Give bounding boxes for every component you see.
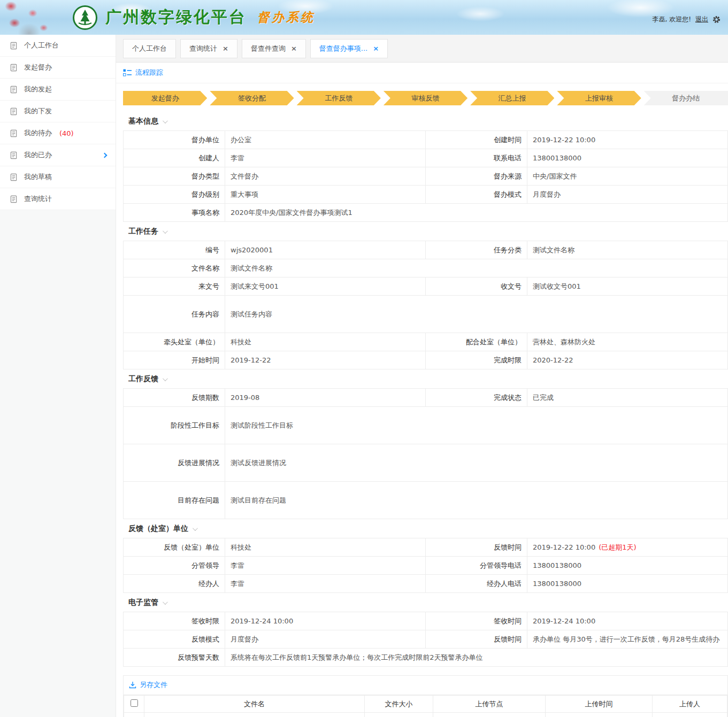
- tab-label: 个人工作台: [132, 44, 167, 53]
- field-value: 李雷: [225, 575, 426, 593]
- my-drafts-icon: [9, 173, 18, 181]
- sidebar-item-label: 我的已办: [24, 150, 52, 160]
- section-title: 反馈（处室）单位: [128, 524, 188, 534]
- field-value: 月度督办: [527, 186, 728, 204]
- sidebar-item-my-todo[interactable]: 我的待办(40): [0, 122, 116, 144]
- field-label: 创建人: [124, 149, 225, 167]
- save-file-button[interactable]: 另存文件: [129, 680, 167, 690]
- flow-step: 汇总上报: [470, 91, 554, 105]
- tab-label: 查询统计: [189, 44, 217, 53]
- files-cell: [653, 713, 727, 717]
- process-trace-button[interactable]: 流程跟踪: [116, 63, 728, 83]
- section-header[interactable]: 工作任务: [123, 222, 728, 241]
- tab-bar: 个人工作台查询统计×督查件查询×督查督办事项...×: [116, 35, 728, 63]
- chevron-down-icon: [193, 526, 198, 531]
- field-label: 目前存在问题: [124, 482, 225, 519]
- field-value: 测试来文号001: [225, 277, 426, 296]
- chevron-down-icon: [163, 118, 168, 124]
- select-all-checkbox[interactable]: [131, 699, 138, 707]
- sidebar-item-label: 我的发起: [24, 84, 52, 94]
- field-label: 联系电话: [426, 149, 527, 167]
- field-value: wjs2020001: [225, 241, 426, 259]
- field-row: 事项名称2020年度中央/国家文件督办事项测试1: [124, 204, 728, 222]
- kv-table: 督办单位办公室创建时间2019-12-22 10:00创建人李雷联系电话1380…: [123, 130, 728, 222]
- section-header[interactable]: 电子监管: [123, 593, 728, 612]
- files-col-header: 文件名: [144, 696, 365, 713]
- field-value: 系统将在每次工作反馈前1天预警承办单位；每次工作完成时限前2天预警承办单位: [225, 649, 728, 667]
- field-label: 分管领导: [124, 557, 225, 575]
- tab-query-stats[interactable]: 查询统计×: [180, 39, 237, 58]
- process-trace-label: 流程跟踪: [135, 68, 163, 78]
- tab-label: 督查件查询: [251, 44, 286, 53]
- field-row: 签收时限2019-12-24 10:00签收时间2019-12-24 10:00: [124, 612, 728, 630]
- field-row: 督办单位办公室创建时间2019-12-22 10:00: [124, 131, 728, 149]
- logout-link[interactable]: 退出: [695, 15, 708, 24]
- section-e-supervision: 电子监管签收时限2019-12-24 10:00签收时间2019-12-24 1…: [123, 593, 728, 667]
- settings-gear-icon[interactable]: [712, 16, 721, 24]
- sidebar-item-my-done[interactable]: 我的已办: [0, 144, 116, 166]
- field-label: 督办级别: [124, 186, 225, 204]
- sidebar-item-label: 我的下发: [24, 106, 52, 116]
- main-content: 个人工作台查询统计×督查件查询×督查督办事项...× 流程跟踪 发起督办签收分配…: [116, 35, 728, 717]
- app-logo-icon: [72, 5, 98, 30]
- field-value: 测试任务内容: [225, 296, 728, 333]
- sidebar-item-label: 我的草稿: [24, 172, 52, 182]
- kv-table: 签收时限2019-12-24 10:00签收时间2019-12-24 10:00…: [123, 612, 728, 667]
- field-value: 2019-12-22 10:00: [527, 131, 728, 149]
- flow-step: 上报审核: [557, 91, 641, 105]
- close-icon[interactable]: ×: [223, 45, 228, 52]
- sidebar-item-query-stats[interactable]: 查询统计: [0, 188, 116, 210]
- sidebar-item-my-drafts[interactable]: 我的草稿: [0, 166, 116, 188]
- field-row: 反馈预警天数系统将在每次工作反馈前1天预警承办单位；每次工作完成时限前2天预警承…: [124, 649, 728, 667]
- save-file-label: 另存文件: [140, 680, 167, 690]
- field-value: 测试阶段性工作目标: [225, 407, 728, 444]
- field-value: 2019-12-22: [225, 351, 426, 369]
- field-label: 督办来源: [426, 167, 527, 186]
- sidebar-item-my-issued[interactable]: 我的下发: [0, 101, 116, 122]
- field-value: 测试目前存在问题: [225, 482, 728, 519]
- sidebar-item-label: 个人工作台: [24, 41, 59, 50]
- query-stats-icon: [9, 195, 18, 203]
- flow-step: 审核反馈: [384, 91, 468, 105]
- app-subtitle: 督办系统: [257, 9, 315, 26]
- field-label: 反馈时间: [426, 630, 527, 649]
- my-issued-icon: [9, 107, 18, 115]
- field-value: 2019-12-22 10:00(已超期1天): [527, 538, 728, 557]
- field-row: 阶段性工作目标测试阶段性工作目标: [124, 407, 728, 444]
- section-header[interactable]: 工作反馈: [123, 369, 728, 388]
- field-label: 编号: [124, 241, 225, 259]
- tab-supervise-item-detail[interactable]: 督查督办事项...×: [310, 39, 388, 58]
- sidebar-item-my-initiated[interactable]: 我的发起: [0, 79, 116, 101]
- field-value-text: 2019-12-22 10:00: [533, 543, 595, 551]
- todo-count-badge: (40): [59, 129, 74, 137]
- field-value: 13800138000: [527, 557, 728, 575]
- field-row: 反馈进展情况测试反馈进展情况: [124, 444, 728, 482]
- close-icon[interactable]: ×: [373, 45, 379, 52]
- flow-step: 签收分配: [210, 91, 294, 105]
- field-value-text: 13800138000: [533, 561, 581, 569]
- sidebar-item-initiate-supervision[interactable]: 发起督办: [0, 57, 116, 79]
- flow-steps: 发起督办签收分配工作反馈审核反馈汇总上报上报审核督办办结: [123, 91, 728, 105]
- brand: 广州数字绿化平台 督办系统: [0, 5, 315, 30]
- section-work-task: 工作任务编号wjs2020001任务分类测试文件名称文件名称测试文件名称来文号测…: [123, 222, 728, 369]
- section-header[interactable]: 基本信息: [123, 112, 728, 130]
- field-value: 月度督办: [225, 630, 426, 649]
- field-label: 经办人: [124, 575, 225, 593]
- sidebar-item-workbench[interactable]: 个人工作台: [0, 35, 116, 57]
- field-row: 督办类型文件督办督办来源中央/国家文件: [124, 167, 728, 186]
- section-header[interactable]: 反馈（处室）单位: [123, 519, 728, 538]
- tab-workbench[interactable]: 个人工作台: [123, 39, 176, 58]
- field-label: 分管领导电话: [426, 557, 527, 575]
- files-cell: [433, 713, 546, 717]
- field-value: 李雷: [225, 149, 426, 167]
- files-header-row: 文件名文件大小上传节点上传时间上传人: [124, 696, 727, 713]
- field-value-text: 承办单位 每月30号，进行一次工作反馈，每月28号生成待办: [533, 635, 719, 643]
- row-select-cell: [124, 713, 144, 717]
- close-icon[interactable]: ×: [291, 45, 297, 52]
- field-label: 创建时间: [426, 131, 527, 149]
- kv-table: 反馈（处室）单位科技处反馈时间2019-12-22 10:00(已超期1天)分管…: [123, 538, 728, 593]
- tab-supervise-doc-query[interactable]: 督查件查询×: [242, 39, 306, 58]
- files-col-header: 上传时间: [546, 696, 653, 713]
- user-greeting: 李磊, 欢迎您!: [653, 15, 691, 24]
- sidebar-menu: 个人工作台发起督办我的发起我的下发我的待办(40)我的已办我的草稿查询统计: [0, 35, 116, 210]
